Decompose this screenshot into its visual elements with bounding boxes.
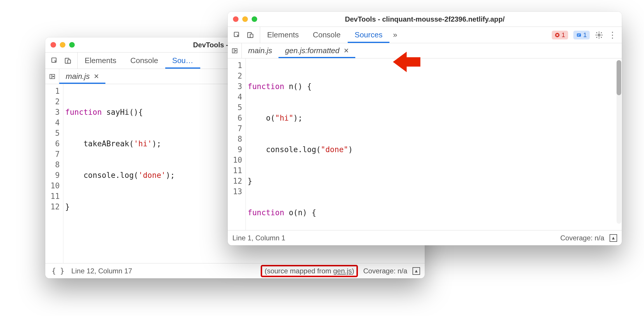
svg-point-12 bbox=[598, 34, 600, 36]
device-toggle-icon[interactable] bbox=[64, 57, 72, 65]
cursor-position: Line 1, Column 1 bbox=[232, 234, 285, 242]
issues-count-badge[interactable]: 1 bbox=[573, 31, 590, 39]
svg-rect-11 bbox=[577, 35, 579, 36]
device-toggle-icon[interactable] bbox=[246, 31, 255, 39]
close-icon[interactable]: ✕ bbox=[344, 47, 349, 55]
line-gutter: 123456789101112 bbox=[45, 84, 63, 263]
panel-tab-sources[interactable]: Sources bbox=[348, 27, 389, 43]
navigator-toggle[interactable] bbox=[45, 69, 59, 84]
svg-rect-2 bbox=[68, 60, 71, 63]
file-tabs: main.js gen.js:formatted ✕ bbox=[228, 43, 622, 58]
cursor-position: Line 12, Column 17 bbox=[71, 267, 132, 275]
maximize-window-button[interactable] bbox=[69, 42, 75, 48]
error-count-badge[interactable]: 1 bbox=[552, 31, 568, 39]
minimize-window-button[interactable] bbox=[60, 42, 65, 48]
titlebar: DevTools - clinquant-mousse-2f2396.netli… bbox=[228, 12, 622, 27]
file-tab-main-js[interactable]: main.js bbox=[242, 43, 279, 58]
devtools-toolbar: Elements Console Sources » 1 1 ⋮ bbox=[228, 27, 622, 43]
file-tab-gen-js-formatted[interactable]: gen.js:formatted ✕ bbox=[279, 43, 355, 58]
panel-tab-elements[interactable]: Elements bbox=[78, 53, 123, 69]
window-title: DevTools - clinquant-mousse-2f2396.netli… bbox=[345, 15, 504, 23]
minimize-window-button[interactable] bbox=[242, 16, 248, 22]
traffic-lights bbox=[51, 42, 75, 48]
panel-tab-console[interactable]: Console bbox=[123, 53, 165, 69]
panel-tab-console[interactable]: Console bbox=[306, 27, 347, 43]
toggle-drawer-icon[interactable]: ▲ bbox=[412, 267, 420, 275]
close-window-button[interactable] bbox=[233, 16, 239, 22]
traffic-lights bbox=[233, 16, 257, 22]
inspect-icon[interactable] bbox=[233, 31, 241, 39]
source-mapped-notice: (source mapped from gen.js) bbox=[261, 265, 358, 277]
close-icon[interactable]: ✕ bbox=[94, 73, 99, 80]
svg-rect-0 bbox=[52, 58, 56, 62]
file-tab-label: gen.js:formatted bbox=[285, 46, 339, 55]
coverage-status: Coverage: n/a bbox=[363, 267, 407, 275]
svg-rect-10 bbox=[577, 34, 580, 35]
maximize-window-button[interactable] bbox=[252, 16, 257, 22]
navigator-toggle[interactable] bbox=[228, 43, 242, 58]
scrollbar-thumb[interactable] bbox=[617, 60, 621, 95]
source-map-link[interactable]: gen.js bbox=[333, 267, 352, 275]
scrollbar[interactable] bbox=[617, 60, 621, 224]
more-menu-icon[interactable]: ⋮ bbox=[608, 31, 617, 39]
svg-rect-9 bbox=[577, 33, 581, 37]
more-tabs-icon[interactable]: » bbox=[389, 30, 401, 39]
code-content[interactable]: function n() { o("hi"); console.log("don… bbox=[246, 58, 622, 230]
status-bar: Line 1, Column 1 Coverage: n/a ▲ bbox=[228, 230, 622, 245]
file-tab-main-js[interactable]: main.js ✕ bbox=[59, 69, 105, 84]
gear-icon[interactable] bbox=[595, 31, 603, 39]
inspect-icon[interactable] bbox=[51, 57, 59, 65]
line-gutter: 12345678910111213 bbox=[228, 58, 246, 230]
coverage-status: Coverage: n/a bbox=[560, 234, 604, 242]
panel-tab-sources[interactable]: Sou… bbox=[165, 53, 200, 69]
devtools-window-right: DevTools - clinquant-mousse-2f2396.netli… bbox=[228, 12, 622, 245]
status-bar: { } Line 12, Column 17 (source mapped fr… bbox=[45, 263, 425, 278]
file-tab-label: main.js bbox=[66, 72, 90, 81]
panel-tab-elements[interactable]: Elements bbox=[260, 27, 306, 43]
close-window-button[interactable] bbox=[51, 42, 56, 48]
pretty-print-icon[interactable]: { } bbox=[50, 267, 66, 275]
annotation-arrow-icon bbox=[391, 50, 423, 74]
toggle-drawer-icon[interactable]: ▲ bbox=[610, 234, 617, 242]
code-editor[interactable]: 12345678910111213 function n() { o("hi")… bbox=[228, 58, 622, 230]
svg-rect-7 bbox=[250, 34, 253, 37]
file-tab-label: main.js bbox=[248, 46, 272, 55]
